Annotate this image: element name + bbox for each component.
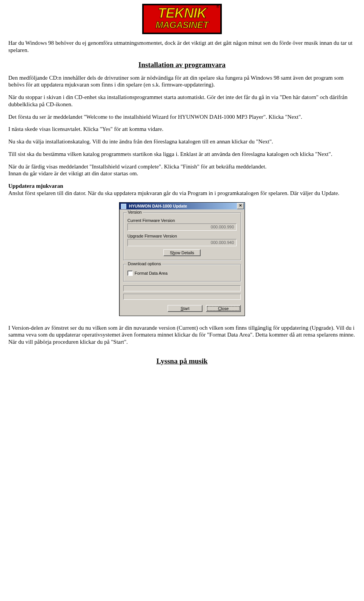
progress-bar-1 — [123, 285, 241, 291]
version-legend: Version — [127, 210, 143, 214]
close-dialog-button[interactable]: Close — [206, 305, 241, 312]
update-paragraph: Anslut först spelaren till din dator. Nä… — [8, 190, 356, 197]
dialog-titlebar[interactable]: HYUNWON DAH-1000 Update ✕ — [119, 203, 245, 209]
install-paragraph-1: Den medföljande CD:n innehåller dels de … — [8, 74, 356, 89]
install-paragraph-6: Till sist ska du bestämma vilken katalog… — [8, 151, 356, 158]
format-data-area-checkbox[interactable] — [127, 271, 133, 276]
current-firmware-value: 000.000.990 — [127, 223, 237, 231]
upgrade-firmware-value: 000.000.940 — [127, 239, 237, 246]
install-paragraph-5: Nu ska du välja installationskatalog. Vi… — [8, 138, 356, 145]
registered-mark: ® — [217, 5, 219, 9]
download-options-legend: Download options — [127, 261, 162, 266]
progress-bar-2 — [123, 294, 241, 300]
heading-listen-music: Lyssna på musik — [8, 357, 356, 365]
close-icon: ✕ — [239, 203, 242, 208]
format-data-area-label[interactable]: Format Data Area — [135, 271, 168, 275]
install-paragraph-2: När du stoppar i skivan i din CD-enhet s… — [8, 94, 356, 108]
version-groupbox: Version Current Firmware Version 000.000… — [123, 212, 241, 260]
install-paragraph-7a: När du är färdig visas meddelandet "Inst… — [8, 163, 356, 170]
current-firmware-label: Current Firmware Version — [127, 218, 237, 223]
app-icon — [121, 204, 126, 209]
heading-installation: Installation av programvara — [8, 61, 356, 69]
close-button[interactable]: ✕ — [237, 203, 244, 209]
upgrade-firmware-label: Upgrade Firmware Version — [127, 234, 237, 238]
start-button[interactable]: Start — [168, 305, 202, 312]
logo-container: ® TEKNIK MAGASINET — [8, 4, 356, 34]
install-paragraph-3: Det första du ser är meddelandet "Welcom… — [8, 113, 356, 121]
show-details-button[interactable]: Show Details — [163, 249, 201, 256]
intro-paragraph: Har du Windows 98 behöver du ej genomför… — [8, 39, 356, 54]
heading-update-software: Uppdatera mjukvaran — [8, 183, 63, 189]
version-paragraph: I Version-delen av fönstret ser du nu vi… — [8, 324, 356, 346]
logo-line2: MAGASINET — [146, 20, 218, 30]
logo-line1: TEKNIK — [146, 7, 218, 20]
install-paragraph-7b: Innan du går vidare är det viktigt att d… — [8, 170, 356, 177]
install-paragraph-4: I nästa skede visas licensavtalet. Klick… — [8, 126, 356, 133]
teknikmagasinet-logo: ® TEKNIK MAGASINET — [142, 4, 222, 34]
dialog-title: HYUNWON DAH-1000 Update — [129, 204, 187, 208]
update-dialog: HYUNWON DAH-1000 Update ✕ Version Curren… — [119, 202, 245, 316]
download-options-groupbox: Download options Format Data Area — [123, 264, 241, 282]
